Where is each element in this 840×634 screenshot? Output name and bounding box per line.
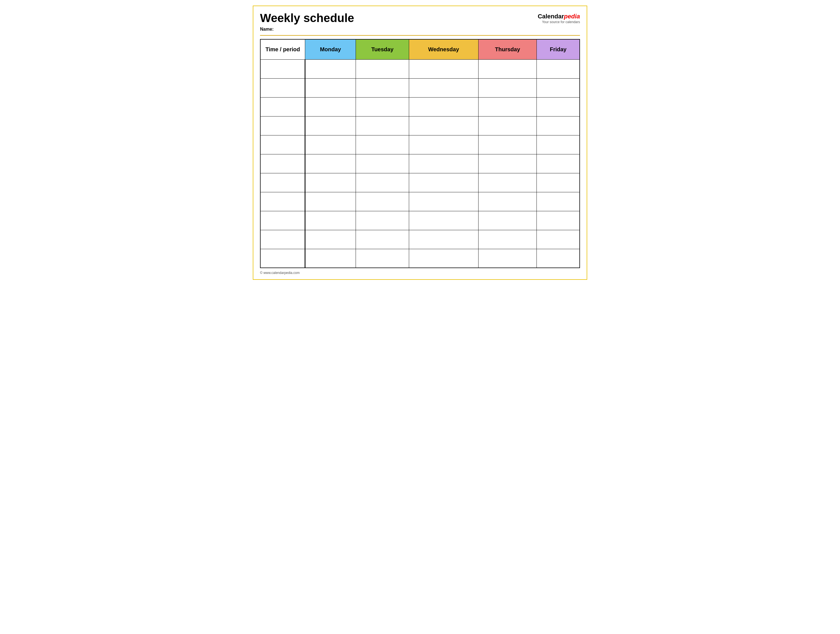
time-cell[interactable] — [260, 211, 305, 230]
table-row — [260, 154, 580, 173]
table-row — [260, 97, 580, 116]
schedule-cell[interactable] — [356, 154, 409, 173]
schedule-cell[interactable] — [478, 154, 537, 173]
logo: Calendarpedia Your source for calendars — [538, 13, 580, 24]
page-title: Weekly schedule — [260, 12, 354, 25]
logo-brand-part1: Calendar — [538, 13, 564, 20]
schedule-cell[interactable] — [537, 59, 580, 78]
table-body — [260, 59, 580, 268]
schedule-cell[interactable] — [409, 97, 478, 116]
col-header-monday: Monday — [305, 39, 355, 59]
divider — [260, 35, 580, 36]
schedule-cell[interactable] — [537, 249, 580, 268]
schedule-cell[interactable] — [305, 78, 355, 97]
schedule-table: Time / period Monday Tuesday Wednesday T… — [260, 39, 580, 268]
schedule-cell[interactable] — [478, 173, 537, 192]
time-cell[interactable] — [260, 78, 305, 97]
schedule-cell[interactable] — [537, 154, 580, 173]
schedule-cell[interactable] — [409, 154, 478, 173]
time-cell[interactable] — [260, 97, 305, 116]
schedule-cell[interactable] — [356, 97, 409, 116]
schedule-cell[interactable] — [409, 59, 478, 78]
schedule-cell[interactable] — [356, 116, 409, 135]
schedule-cell[interactable] — [409, 173, 478, 192]
schedule-cell[interactable] — [305, 59, 355, 78]
schedule-cell[interactable] — [305, 97, 355, 116]
table-header-row: Time / period Monday Tuesday Wednesday T… — [260, 39, 580, 59]
schedule-cell[interactable] — [409, 116, 478, 135]
logo-brand-italic: pedia — [564, 13, 580, 20]
time-cell[interactable] — [260, 249, 305, 268]
schedule-cell[interactable] — [305, 154, 355, 173]
page-header: Weekly schedule Calendarpedia Your sourc… — [260, 12, 580, 25]
footer: © www.calendarpedia.com — [260, 271, 580, 275]
schedule-cell[interactable] — [409, 78, 478, 97]
schedule-cell[interactable] — [537, 211, 580, 230]
schedule-cell[interactable] — [356, 211, 409, 230]
schedule-cell[interactable] — [537, 135, 580, 154]
logo-subtitle: Your source for calendars — [538, 20, 580, 24]
col-header-wednesday: Wednesday — [409, 39, 478, 59]
logo-text: Calendarpedia — [538, 13, 580, 20]
schedule-cell[interactable] — [305, 135, 355, 154]
schedule-cell[interactable] — [356, 230, 409, 249]
schedule-cell[interactable] — [356, 249, 409, 268]
time-cell[interactable] — [260, 192, 305, 211]
schedule-cell[interactable] — [478, 192, 537, 211]
schedule-cell[interactable] — [356, 59, 409, 78]
name-label: Name: — [260, 27, 580, 32]
schedule-cell[interactable] — [305, 249, 355, 268]
table-row — [260, 230, 580, 249]
table-row — [260, 211, 580, 230]
schedule-cell[interactable] — [409, 135, 478, 154]
schedule-cell[interactable] — [409, 211, 478, 230]
table-row — [260, 135, 580, 154]
schedule-cell[interactable] — [305, 192, 355, 211]
schedule-cell[interactable] — [409, 249, 478, 268]
schedule-cell[interactable] — [537, 173, 580, 192]
schedule-cell[interactable] — [305, 116, 355, 135]
schedule-cell[interactable] — [537, 230, 580, 249]
col-header-thursday: Thursday — [478, 39, 537, 59]
schedule-cell[interactable] — [409, 230, 478, 249]
schedule-cell[interactable] — [305, 230, 355, 249]
schedule-cell[interactable] — [478, 97, 537, 116]
time-cell[interactable] — [260, 230, 305, 249]
schedule-cell[interactable] — [478, 249, 537, 268]
schedule-cell[interactable] — [356, 173, 409, 192]
table-row — [260, 78, 580, 97]
page-container: Weekly schedule Calendarpedia Your sourc… — [253, 6, 587, 280]
schedule-cell[interactable] — [478, 230, 537, 249]
schedule-cell[interactable] — [356, 192, 409, 211]
schedule-cell[interactable] — [537, 97, 580, 116]
table-row — [260, 59, 580, 78]
schedule-cell[interactable] — [478, 59, 537, 78]
col-header-tuesday: Tuesday — [356, 39, 409, 59]
table-row — [260, 249, 580, 268]
table-row — [260, 116, 580, 135]
time-cell[interactable] — [260, 154, 305, 173]
schedule-cell[interactable] — [478, 116, 537, 135]
time-cell[interactable] — [260, 59, 305, 78]
schedule-cell[interactable] — [537, 192, 580, 211]
schedule-cell[interactable] — [409, 192, 478, 211]
schedule-cell[interactable] — [356, 135, 409, 154]
col-header-time: Time / period — [260, 39, 305, 59]
schedule-cell[interactable] — [356, 78, 409, 97]
time-cell[interactable] — [260, 116, 305, 135]
time-cell[interactable] — [260, 173, 305, 192]
schedule-cell[interactable] — [478, 211, 537, 230]
table-row — [260, 192, 580, 211]
schedule-cell[interactable] — [478, 78, 537, 97]
time-cell[interactable] — [260, 135, 305, 154]
schedule-cell[interactable] — [305, 173, 355, 192]
schedule-cell[interactable] — [305, 211, 355, 230]
schedule-cell[interactable] — [537, 78, 580, 97]
col-header-friday: Friday — [537, 39, 580, 59]
schedule-cell[interactable] — [478, 135, 537, 154]
schedule-cell[interactable] — [537, 116, 580, 135]
table-row — [260, 173, 580, 192]
